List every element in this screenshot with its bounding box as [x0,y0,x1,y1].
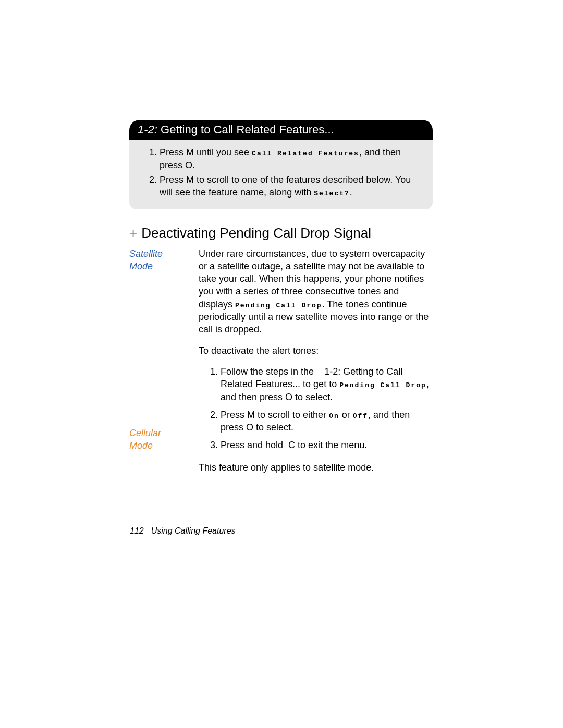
key-m: M [186,147,194,157]
mode-column: Satellite Mode Cellular Mode [129,248,191,539]
text: Press [221,410,247,420]
text: to scroll to either [255,410,329,420]
display-text: Call Related Features [252,150,359,157]
satellite-mode-label: Satellite Mode [129,248,187,273]
cellular-paragraph: This feature only applies to satellite m… [199,461,433,474]
page-number: 112 [130,526,144,535]
text: to get to [300,379,339,389]
display-text: On [329,412,339,420]
key-m: M [247,410,255,420]
text: Press [160,147,186,157]
text: to exit the menu. [295,440,367,450]
text: until you see [194,147,252,157]
text: or [339,410,353,420]
display-text: Pending Call Drop [339,381,426,389]
satellite-step-2: Press M to scroll to either On or Off, a… [221,409,433,434]
manual-page: 1-2: Getting to Call Related Features...… [0,0,563,728]
section-title: Getting to Call Related Features... [161,123,334,136]
section-number: 1-2: [138,123,157,136]
key-c: C [288,440,295,450]
key-o: O [246,422,253,433]
text: to select. [292,392,333,402]
body-column: Under rare circumstances, due to system … [191,248,433,539]
subsection-heading: +Deactivating Pending Call Drop Signal [129,225,433,241]
instruction-box: Press M until you see Call Related Featu… [129,140,433,209]
plus-icon: + [129,225,137,241]
key-m: M [186,175,194,185]
text: . [350,187,352,198]
content-columns: Satellite Mode Cellular Mode Under rare … [129,248,433,539]
display-text: Select? [314,190,350,198]
text: to scroll to one of the features describ… [160,175,411,198]
text: to select. [253,422,293,433]
display-text: Off [353,412,368,420]
key-o: O [185,160,192,170]
satellite-step-3: Press and hold C to exit the menu. [221,439,433,451]
cellular-mode-label: Cellular Mode [129,427,187,452]
page-footer: 112Using Calling Features [130,526,236,536]
satellite-paragraph-2: To deactivate the alert tones: [199,344,433,357]
chapter-title: Using Calling Features [151,526,236,535]
text: Press [160,175,186,185]
key-o: O [285,392,292,402]
text: Follow the steps in the [221,366,316,377]
section-header-box: 1-2: Getting to Call Related Features... [129,120,433,140]
display-text: Pending Call Drop [235,302,322,310]
text: Press and hold [221,440,286,450]
instruction-step-1: Press M until you see Call Related Featu… [160,146,422,171]
instruction-step-2: Press M to scroll to one of the features… [160,174,422,199]
satellite-steps: Follow the steps in the 1-2: Getting to … [199,365,433,452]
satellite-paragraph-1: Under rare circumstances, due to system … [199,248,433,336]
satellite-step-1: Follow the steps in the 1-2: Getting to … [221,365,433,403]
subsection-title: Deactivating Pending Call Drop Signal [141,225,371,241]
text: . [192,160,195,170]
